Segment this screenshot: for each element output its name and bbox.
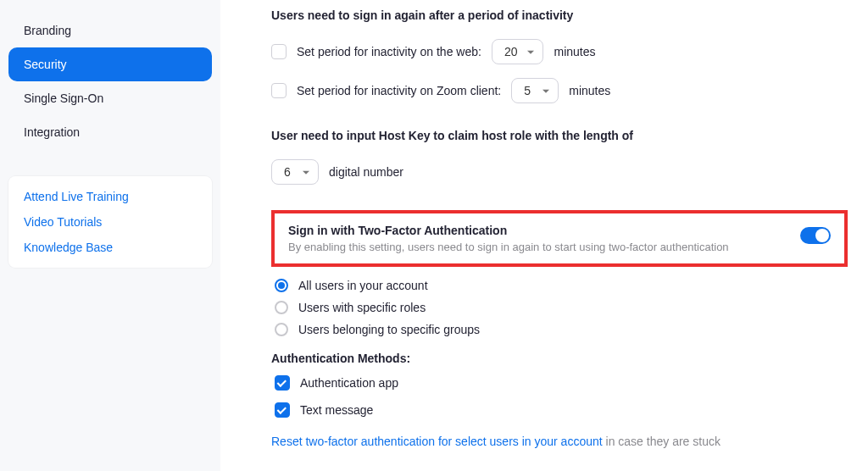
help-card: Attend Live Training Video Tutorials Kno… bbox=[8, 176, 212, 268]
tfa-reset-row: Reset two-factor authentication for sele… bbox=[271, 435, 848, 448]
hostkey-heading: User need to input Host Key to claim hos… bbox=[271, 129, 848, 142]
chevron-down-icon bbox=[542, 90, 549, 93]
inactivity-web-select[interactable]: 20 bbox=[492, 39, 544, 64]
inactivity-web-suffix: minutes bbox=[554, 45, 595, 58]
inactivity-heading: Users need to sign in again after a peri… bbox=[271, 8, 848, 22]
inactivity-web-checkbox[interactable] bbox=[271, 44, 287, 59]
main-content: Users need to sign in again after a peri… bbox=[220, 0, 868, 471]
toggle-knob bbox=[815, 229, 829, 242]
help-link-tutorials[interactable]: Video Tutorials bbox=[24, 215, 197, 229]
tfa-description: By enabling this setting, users need to … bbox=[288, 241, 729, 253]
inactivity-client-row: Set period for inactivity on Zoom client… bbox=[271, 78, 848, 103]
inactivity-web-label: Set period for inactivity on the web: bbox=[297, 45, 481, 58]
hostkey-select[interactable]: 6 bbox=[271, 159, 319, 185]
tfa-scope-all-users-row: All users in your account bbox=[271, 279, 848, 292]
tfa-method-text-label: Text message bbox=[300, 403, 373, 417]
chevron-down-icon bbox=[527, 51, 534, 54]
hostkey-section: User need to input Host Key to claim hos… bbox=[271, 129, 848, 185]
tfa-reset-link[interactable]: Reset two-factor authentication for sele… bbox=[271, 435, 603, 448]
help-link-training[interactable]: Attend Live Training bbox=[24, 190, 197, 203]
hostkey-value: 6 bbox=[284, 165, 291, 179]
tfa-methods-heading: Authentication Methods: bbox=[271, 352, 848, 365]
tfa-highlight-box: Sign in with Two-Factor Authentication B… bbox=[271, 210, 848, 267]
sidebar: Branding Security Single Sign-On Integra… bbox=[0, 0, 220, 471]
tfa-scope-roles-label: Users with specific roles bbox=[298, 301, 426, 314]
tfa-scope-groups-radio[interactable] bbox=[275, 323, 288, 336]
inactivity-section: Users need to sign in again after a peri… bbox=[271, 8, 848, 103]
hostkey-suffix: digital number bbox=[329, 165, 403, 179]
sidebar-item-integration[interactable]: Integration bbox=[8, 115, 212, 149]
tfa-scope-roles-radio[interactable] bbox=[275, 301, 288, 314]
inactivity-web-value: 20 bbox=[504, 45, 518, 58]
inactivity-client-suffix: minutes bbox=[569, 84, 610, 97]
tfa-reset-suffix-text: in case they are stuck bbox=[606, 435, 721, 448]
tfa-method-text-row: Text message bbox=[271, 402, 848, 418]
sidebar-nav: Branding Security Single Sign-On Integra… bbox=[8, 14, 212, 149]
sidebar-item-branding[interactable]: Branding bbox=[8, 14, 212, 47]
sidebar-item-security[interactable]: Security bbox=[8, 47, 212, 81]
hostkey-row: 6 digital number bbox=[271, 159, 848, 185]
inactivity-client-label: Set period for inactivity on Zoom client… bbox=[297, 84, 501, 97]
tfa-scope-all-users-radio[interactable] bbox=[275, 279, 288, 292]
tfa-scope-all-users-label: All users in your account bbox=[298, 279, 428, 292]
tfa-scope-groups-label: Users belonging to specific groups bbox=[298, 323, 480, 336]
inactivity-client-value: 5 bbox=[524, 84, 531, 97]
inactivity-web-row: Set period for inactivity on the web: 20… bbox=[271, 39, 848, 64]
tfa-method-text-checkbox[interactable] bbox=[275, 402, 290, 418]
tfa-method-app-row: Authentication app bbox=[271, 375, 848, 391]
inactivity-client-select[interactable]: 5 bbox=[511, 78, 559, 103]
help-link-knowledge-base[interactable]: Knowledge Base bbox=[24, 241, 197, 254]
tfa-title: Sign in with Two-Factor Authentication bbox=[288, 224, 729, 237]
tfa-text: Sign in with Two-Factor Authentication B… bbox=[288, 224, 729, 253]
tfa-method-app-checkbox[interactable] bbox=[275, 375, 290, 391]
tfa-scope-roles-row: Users with specific roles bbox=[271, 301, 848, 314]
chevron-down-icon bbox=[303, 171, 309, 175]
tfa-scope-groups-row: Users belonging to specific groups bbox=[271, 323, 848, 336]
inactivity-client-checkbox[interactable] bbox=[271, 83, 287, 98]
sidebar-item-single-sign-on[interactable]: Single Sign-On bbox=[8, 81, 212, 115]
tfa-toggle[interactable] bbox=[800, 227, 831, 244]
tfa-method-app-label: Authentication app bbox=[300, 376, 398, 390]
